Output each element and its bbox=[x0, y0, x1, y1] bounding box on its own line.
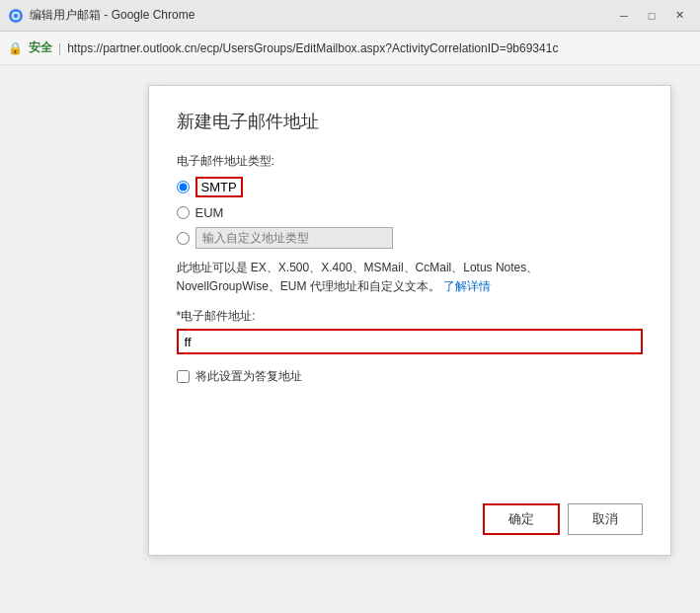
smtp-radio-row: SMTP bbox=[177, 176, 643, 197]
custom-type-input[interactable] bbox=[195, 227, 393, 249]
minimize-button[interactable]: ─ bbox=[611, 6, 637, 26]
maximize-button[interactable]: □ bbox=[639, 6, 664, 26]
address-separator: | bbox=[58, 41, 61, 55]
secure-label: 安全 bbox=[29, 39, 52, 56]
titlebar: 编辑用户邮箱 - Google Chrome ─ □ ✕ bbox=[0, 0, 700, 32]
email-field-label-text: *电子邮件地址: bbox=[177, 309, 256, 323]
learn-more-link[interactable]: 了解详情 bbox=[443, 279, 491, 293]
eum-radio[interactable] bbox=[177, 206, 190, 219]
email-type-label: 电子邮件地址类型: bbox=[177, 153, 643, 170]
email-input[interactable] bbox=[177, 329, 643, 354]
reply-checkbox[interactable] bbox=[177, 370, 190, 383]
window-controls: ─ □ ✕ bbox=[611, 6, 692, 26]
email-field-label: *电子邮件地址: bbox=[177, 308, 643, 325]
window-title: 编辑用户邮箱 - Google Chrome bbox=[30, 7, 611, 24]
svg-point-2 bbox=[14, 13, 19, 18]
dialog: 新建电子邮件地址 电子邮件地址类型: SMTP EUM 此地址可以是 EX、X.… bbox=[148, 85, 671, 556]
eum-radio-row: EUM bbox=[177, 201, 643, 223]
cancel-button[interactable]: 取消 bbox=[568, 503, 643, 535]
chrome-icon bbox=[8, 8, 24, 24]
radio-group: SMTP EUM bbox=[177, 176, 643, 249]
description-text: 此地址可以是 EX、X.500、X.400、MSMail、CcMail、Lotu… bbox=[177, 259, 643, 296]
smtp-text: SMTP bbox=[195, 177, 243, 197]
reply-checkbox-row: 将此设置为答复地址 bbox=[177, 368, 643, 385]
reply-checkbox-label[interactable]: 将此设置为答复地址 bbox=[195, 368, 302, 385]
smtp-label[interactable]: SMTP bbox=[195, 177, 243, 197]
address-url[interactable]: https://partner.outlook.cn/ecp/UsersGrou… bbox=[67, 41, 558, 55]
eum-label[interactable]: EUM bbox=[195, 205, 224, 220]
smtp-radio[interactable] bbox=[177, 181, 190, 193]
addressbar: 🔒 安全 | https://partner.outlook.cn/ecp/Us… bbox=[0, 32, 700, 65]
custom-radio-row bbox=[177, 227, 643, 249]
confirm-button[interactable]: 确定 bbox=[483, 503, 560, 535]
dialog-title: 新建电子邮件地址 bbox=[177, 110, 643, 133]
close-button[interactable]: ✕ bbox=[666, 6, 692, 26]
dialog-footer: 确定 取消 bbox=[177, 503, 643, 535]
lock-icon: 🔒 bbox=[8, 41, 23, 55]
custom-radio[interactable] bbox=[177, 232, 190, 245]
